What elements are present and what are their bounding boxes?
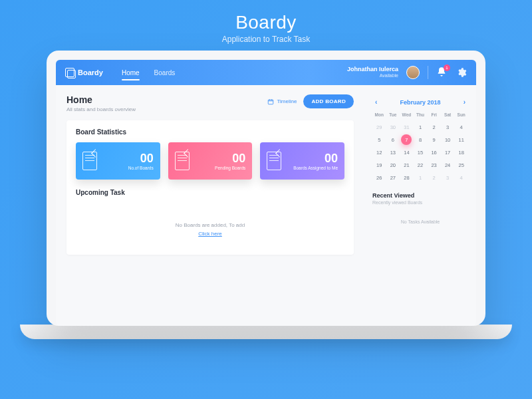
settings-button[interactable] <box>456 67 467 78</box>
svg-rect-0 <box>269 100 274 104</box>
calendar-day[interactable]: 6 <box>388 134 398 145</box>
nav-divider <box>428 66 428 79</box>
calendar-day[interactable]: 29 <box>374 122 384 132</box>
calendar-dow: Thu <box>414 112 428 120</box>
calendar-day[interactable]: 26 <box>374 172 384 183</box>
calendar-day[interactable]: 31 <box>401 122 412 132</box>
timeline-link[interactable]: Timeline <box>267 98 297 105</box>
user-name: Johnathan Iulerca <box>347 66 398 73</box>
upcoming-section: Upcoming Task No Boards are added, To ad… <box>76 189 344 247</box>
page-actions: Timeline ADD BOARD <box>267 94 354 108</box>
calendar-day[interactable]: 5 <box>374 134 384 145</box>
main-column: Home All stats and boards overview Timel… <box>56 85 364 326</box>
avatar[interactable] <box>406 66 420 79</box>
calendar-day[interactable]: 16 <box>429 147 440 158</box>
calendar-day[interactable]: 1 <box>415 172 426 183</box>
page-heading-block: Home All stats and boards overview <box>66 94 136 112</box>
calendar-next[interactable]: › <box>461 97 468 107</box>
calendar-day[interactable]: 10 <box>442 134 453 145</box>
user-info[interactable]: Johnathan Iulerca Available <box>347 66 398 78</box>
recent-empty: No Tasks Available <box>372 219 468 224</box>
calendar-day[interactable]: 9 <box>429 134 440 145</box>
upcoming-heading: Upcoming Task <box>76 189 344 196</box>
marketing-header: Boardy Application to Track Task <box>222 0 311 51</box>
calendar-day[interactable]: 8 <box>415 134 426 145</box>
calendar-day[interactable]: 4 <box>456 122 467 132</box>
calendar-day[interactable]: 1 <box>415 122 426 132</box>
calendar-day[interactable]: 12 <box>374 147 384 158</box>
calendar-dow: Sat <box>441 112 455 120</box>
app-screen: Boardy Home Boards Johnathan Iulerca Ava… <box>56 60 476 326</box>
stat-value: 00 <box>287 152 338 164</box>
calendar-dow: Fri <box>427 112 441 120</box>
calendar-day[interactable]: 15 <box>415 147 426 158</box>
calendar-day[interactable]: 3 <box>442 172 453 183</box>
app-logo[interactable]: Boardy <box>65 68 103 77</box>
stats-heading: Board Statistics <box>76 128 344 136</box>
calendar-day[interactable]: 27 <box>388 172 398 183</box>
top-nav: Boardy Home Boards Johnathan Iulerca Ava… <box>56 60 476 85</box>
gear-icon <box>456 67 467 78</box>
laptop-base <box>20 325 512 339</box>
stat-card-total-boards[interactable]: 00 No.of Boards <box>76 142 160 180</box>
page-subtitle: All stats and boards overview <box>66 106 136 112</box>
calendar-day[interactable]: 3 <box>442 122 453 132</box>
calendar-prev[interactable]: ‹ <box>372 97 380 107</box>
tab-boards[interactable]: Boards <box>154 61 176 84</box>
nav-tabs: Home Boards <box>122 61 175 84</box>
add-board-link[interactable]: Click here <box>198 231 222 237</box>
calendar-icon <box>267 98 274 105</box>
calendar-dow: Mon <box>372 112 386 120</box>
document-icon <box>175 152 190 170</box>
calendar-day[interactable]: 20 <box>388 160 398 170</box>
side-column: ‹ February 2018 › MonTueWedThuFriSatSun2… <box>364 85 476 326</box>
calendar-dow: Wed <box>400 112 414 120</box>
stat-value: 00 <box>195 152 246 164</box>
laptop-frame: Boardy Home Boards Johnathan Iulerca Ava… <box>47 51 485 326</box>
notifications-button[interactable]: 1 <box>436 66 448 78</box>
calendar-day[interactable]: 2 <box>429 122 440 132</box>
stat-card-pending-boards[interactable]: 00 Pending Boards <box>168 142 253 180</box>
stat-label: No.of Boards <box>102 166 154 170</box>
recent-section: Recent Viewed Recently viewed Boards No … <box>372 192 468 224</box>
calendar-day[interactable]: 24 <box>442 160 453 170</box>
calendar-day[interactable]: 7 <box>401 134 412 145</box>
stat-value: 00 <box>102 152 154 164</box>
calendar-day[interactable]: 13 <box>388 147 398 158</box>
page-header: Home All stats and boards overview Timel… <box>66 94 354 112</box>
stat-label: Boards Assigned to Me <box>287 166 338 170</box>
page-title: Home <box>66 94 136 105</box>
brand-tagline: Application to Track Task <box>222 35 311 44</box>
content-area: Home All stats and boards overview Timel… <box>56 85 476 326</box>
calendar-day[interactable]: 22 <box>415 160 426 170</box>
calendar-day[interactable]: 19 <box>374 160 384 170</box>
calendar-day[interactable]: 21 <box>401 160 412 170</box>
calendar-day[interactable]: 18 <box>456 147 467 158</box>
calendar-day[interactable]: 17 <box>442 147 453 158</box>
calendar-grid: MonTueWedThuFriSatSun2930311234567891011… <box>372 112 468 183</box>
calendar-day[interactable]: 2 <box>429 172 440 183</box>
tab-home[interactable]: Home <box>122 61 140 84</box>
nav-right: Johnathan Iulerca Available 1 <box>347 66 467 79</box>
user-status: Available <box>347 73 398 78</box>
calendar-dow: Sun <box>454 112 468 120</box>
calendar-day[interactable]: 23 <box>429 160 440 170</box>
logo-icon <box>65 68 74 77</box>
recent-subtitle: Recently viewed Boards <box>372 200 468 205</box>
calendar-month-label: February 2018 <box>400 99 440 106</box>
calendar-dow: Tue <box>386 112 400 120</box>
stats-panel: Board Statistics 00 No.of Boards <box>66 120 354 255</box>
empty-text: No Boards are added, To add <box>176 222 245 228</box>
calendar-day[interactable]: 25 <box>456 160 467 170</box>
add-board-button[interactable]: ADD BOARD <box>303 94 354 108</box>
calendar-day[interactable]: 4 <box>456 172 467 183</box>
stat-card-assigned-boards[interactable]: 00 Boards Assigned to Me <box>260 142 344 180</box>
calendar-day[interactable]: 30 <box>388 122 398 132</box>
calendar-header: ‹ February 2018 › <box>372 97 468 107</box>
timeline-label: Timeline <box>277 98 297 104</box>
stat-label: Pending Boards <box>195 166 246 170</box>
calendar-day[interactable]: 28 <box>401 172 412 183</box>
recent-heading: Recent Viewed <box>372 192 468 199</box>
calendar-day[interactable]: 14 <box>401 147 412 158</box>
calendar-day[interactable]: 11 <box>456 134 467 145</box>
